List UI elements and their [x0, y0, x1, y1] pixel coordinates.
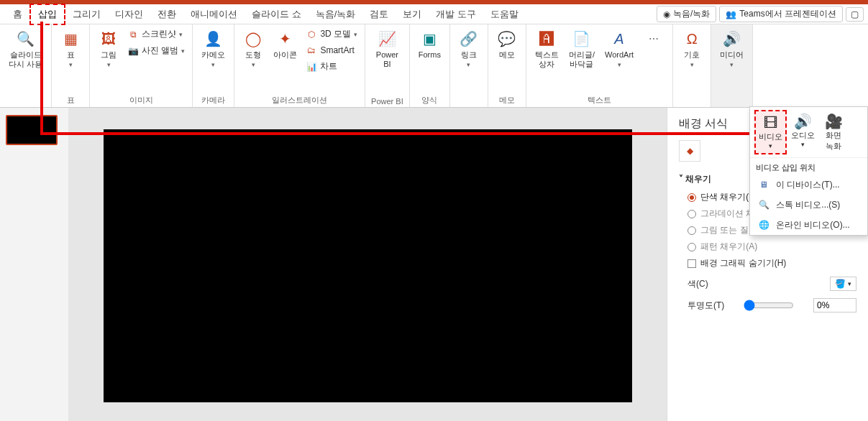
tab-dev[interactable]: 개발 도구 — [429, 5, 483, 24]
chart-button[interactable]: 📊차트 — [304, 60, 359, 73]
slide-canvas[interactable] — [104, 129, 632, 402]
ellipsis-icon: ⋯ — [644, 29, 664, 49]
hide-bg-checkbox[interactable]: 배경 그래픽 숨기기(H) — [687, 257, 856, 269]
audio-icon: 🔊 — [794, 113, 812, 130]
group-symbol: Ω기호▾ 기호 — [673, 24, 711, 107]
wordart-label: WordArt — [605, 50, 634, 60]
chevron-down-icon: ▾ — [730, 61, 734, 68]
icons-icon: ✦ — [275, 29, 296, 49]
memo-label: 메모 — [499, 50, 515, 60]
tab-help[interactable]: 도움말 — [483, 5, 526, 24]
3d-model-icon: ⬡ — [306, 29, 317, 40]
cameo-button[interactable]: 👤카메오▾ — [198, 27, 228, 70]
powerbi-button[interactable]: 📈Power BI — [373, 27, 401, 70]
online-video-label: 온라인 비디오(O)... — [776, 219, 850, 231]
tab-design[interactable]: 디자인 — [108, 5, 150, 24]
shapes-icon: ◯ — [243, 29, 263, 49]
smartart-button[interactable]: 🗂SmartArt — [304, 44, 359, 57]
photo-album-button[interactable]: 📷사진 앨범 ▾ — [126, 44, 186, 57]
group-camera-label: 카메라 — [201, 93, 225, 106]
icons-button[interactable]: ✦아이콘 — [270, 27, 300, 61]
tabs-right: ◉녹음/녹화 👥Teams에서 프레젠테이션 ▢ — [657, 6, 864, 22]
teams-icon: 👥 — [726, 9, 736, 19]
pattern-fill-radio[interactable]: 패턴 채우기(A) — [687, 241, 856, 253]
table-button[interactable]: ▦표▾ — [58, 27, 83, 70]
tab-review[interactable]: 검토 — [362, 5, 396, 24]
media-button[interactable]: 🔊미디어▾ — [717, 27, 746, 70]
transparency-slider[interactable] — [744, 300, 794, 311]
forms-button[interactable]: ▣Forms — [416, 27, 444, 61]
headerfooter-icon: 📄 — [572, 29, 592, 49]
headerfooter-button[interactable]: 📄머리글/ 바닥글 — [566, 27, 598, 70]
screenshot-button[interactable]: ⧉스크린샷 ▾ — [126, 27, 186, 41]
textbox-icon: 🅰 — [536, 29, 557, 49]
tab-home[interactable]: 홈 — [6, 5, 29, 24]
media-label: 미디어 — [720, 50, 744, 60]
picture-button[interactable]: 🖼그림▾ — [96, 27, 122, 70]
shapes-label: 도형 — [245, 50, 261, 60]
screen-record-label: 화면 녹화 — [826, 130, 841, 152]
tab-view[interactable]: 보기 — [396, 5, 429, 24]
reuse-slide-button[interactable]: 🔍슬라이드 다시 사용 — [6, 27, 45, 70]
color-picker-button[interactable]: 🪣▾ — [830, 277, 856, 291]
online-video-item[interactable]: 🌐온라인 비디오(O)... — [750, 215, 867, 235]
audio-button[interactable]: 🔊오디오▾ — [788, 110, 818, 154]
shapes-button[interactable]: ◯도형▾ — [240, 27, 266, 70]
tab-animation[interactable]: 애니메이션 — [183, 5, 245, 24]
stock-video-item[interactable]: 🔍스톡 비디오...(S) — [750, 195, 867, 215]
radio-icon — [687, 226, 696, 235]
record-button[interactable]: ◉녹음/녹화 — [657, 6, 716, 22]
chevron-down-icon: ▾ — [181, 47, 185, 55]
slide-editor[interactable] — [68, 108, 667, 421]
fill-section-label: 채우기 — [685, 174, 711, 184]
group-image-label: 이미지 — [129, 93, 153, 106]
forms-icon: ▣ — [419, 29, 439, 49]
thumbnail-pane[interactable] — [0, 108, 68, 421]
group-forms-label: 양식 — [421, 93, 437, 106]
video-button[interactable]: 🎞비디오▾ — [754, 110, 787, 154]
tab-slideshow[interactable]: 슬라이드 쇼 — [245, 5, 309, 24]
memo-button[interactable]: 💬메모 — [494, 27, 520, 61]
group-illustration-label: 일러스트레이션 — [272, 93, 327, 106]
link-icon: 🔗 — [459, 29, 479, 49]
3d-model-button[interactable]: ⬡3D 모델 ▾ — [304, 27, 359, 41]
group-text: 🅰텍스트 상자 📄머리글/ 바닥글 AWordArt▾ ⋯ 텍스트 — [526, 24, 673, 107]
stock-video-label: 스톡 비디오...(S) — [776, 199, 840, 211]
picture-label: 그림 — [101, 50, 117, 60]
screen-record-button[interactable]: 🎥화면 녹화 — [819, 110, 848, 154]
chevron-down-icon: ▾ — [690, 61, 694, 68]
memo-icon: 💬 — [497, 29, 517, 49]
teams-present-button[interactable]: 👥Teams에서 프레젠테이션 — [719, 6, 843, 22]
powerbi-label: Power BI — [376, 50, 398, 69]
wordart-button[interactable]: AWordArt▾ — [602, 27, 636, 70]
fill-tab-icon[interactable]: ◆ — [679, 140, 700, 162]
transparency-input[interactable] — [813, 298, 856, 313]
chevron-down-icon: ▾ — [618, 61, 621, 68]
text-more-button[interactable]: ⋯ — [641, 27, 667, 50]
powerbi-icon: 📈 — [377, 29, 397, 49]
video-icon: 🎞 — [764, 114, 778, 131]
tab-transition[interactable]: 전환 — [150, 5, 183, 24]
tab-draw[interactable]: 그리기 — [65, 5, 108, 24]
flyout-title: 비디오 삽입 위치 — [750, 157, 867, 175]
tab-insert[interactable]: 삽입 — [29, 4, 65, 25]
symbol-button[interactable]: Ω기호▾ — [679, 27, 705, 70]
link-button[interactable]: 🔗링크▾ — [456, 27, 482, 70]
tab-record[interactable]: 녹음/녹화 — [309, 5, 363, 24]
radio-icon — [687, 193, 696, 202]
textbox-button[interactable]: 🅰텍스트 상자 — [532, 27, 562, 70]
hide-bg-label: 배경 그래픽 숨기기(H) — [700, 257, 786, 269]
group-table: ▦표▾ 표 — [52, 24, 90, 107]
video-label: 비디오 — [759, 131, 782, 142]
group-powerbi-label: Power BI — [371, 95, 403, 106]
chevron-down-icon: ▾ — [69, 61, 73, 68]
this-device-item[interactable]: 🖥이 디바이스(T)... — [750, 175, 867, 195]
screenshot-icon: ⧉ — [127, 29, 139, 40]
slide-thumbnail[interactable] — [6, 115, 58, 145]
chart-label: 차트 — [320, 60, 337, 73]
group-memo: 💬메모 메모 — [488, 24, 526, 107]
chevron-down-icon: ▾ — [467, 61, 470, 68]
table-icon: ▦ — [60, 29, 81, 49]
collapse-ribbon-button[interactable]: ▢ — [846, 7, 864, 22]
this-device-label: 이 디바이스(T)... — [776, 179, 840, 191]
